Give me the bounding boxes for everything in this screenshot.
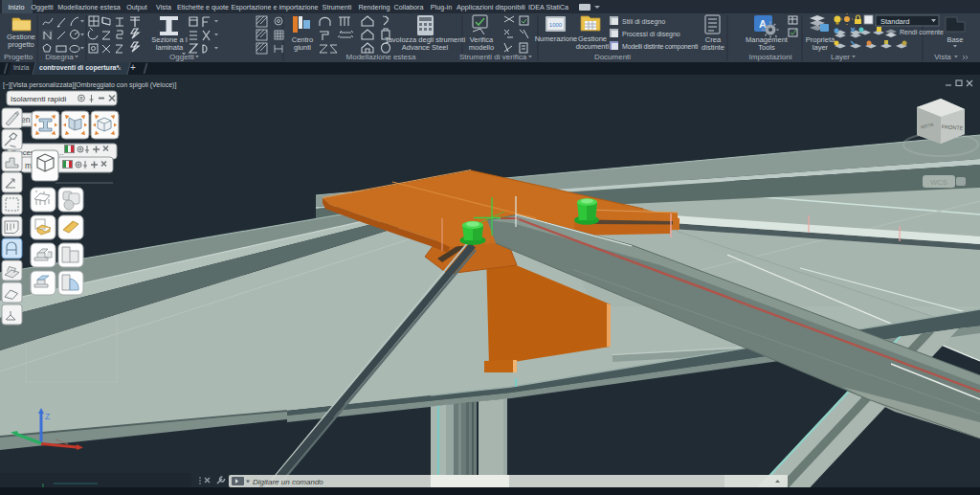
svg-text:WCS: WCS	[930, 178, 947, 187]
svg-text:Vista: Vista	[934, 53, 951, 61]
svg-text:Standard: Standard	[880, 17, 909, 26]
svg-text:Documenti: Documenti	[594, 53, 631, 61]
svg-text:Advance Steel: Advance Steel	[402, 43, 449, 52]
svg-text:progetto: progetto	[8, 40, 34, 49]
svg-text:Strumenti di verifica: Strumenti di verifica	[459, 53, 527, 61]
svg-text:Impostazioni: Impostazioni	[749, 53, 792, 61]
svg-text:laminata: laminata	[156, 43, 184, 52]
svg-text:giunti: giunti	[294, 43, 311, 52]
svg-text:Digitare un comando: Digitare un comando	[253, 478, 323, 486]
svg-text:Progetto: Progetto	[4, 53, 33, 61]
svg-text:Disegna: Disegna	[45, 53, 74, 61]
svg-text:[−][Vista personalizzata][Ombr: [−][Vista personalizzata][Ombreggiato co…	[3, 81, 176, 89]
svg-text:Tools: Tools	[758, 43, 775, 52]
svg-text:modello: modello	[469, 43, 494, 52]
svg-text:Stili di disegno: Stili di disegno	[622, 18, 665, 26]
svg-text:layer: layer	[813, 43, 829, 52]
svg-text:Layer: Layer	[831, 53, 850, 61]
svg-text:1000: 1000	[549, 22, 563, 28]
svg-text:Modellazione estesa: Modellazione estesa	[346, 53, 416, 61]
svg-text:Modelli distinte componenti: Modelli distinte componenti	[622, 43, 699, 51]
svg-text:Z: Z	[45, 412, 50, 421]
svg-text:Processi di disegno: Processi di disegno	[622, 31, 680, 38]
svg-text:documenti: documenti	[576, 42, 610, 51]
svg-text:Numerazione: Numerazione	[535, 34, 578, 43]
svg-text:Rendi corrente: Rendi corrente	[900, 29, 944, 35]
svg-text:Oggetti: Oggetti	[169, 53, 194, 61]
svg-text:distinte: distinte	[702, 43, 724, 52]
svg-text:Base: Base	[947, 35, 963, 44]
